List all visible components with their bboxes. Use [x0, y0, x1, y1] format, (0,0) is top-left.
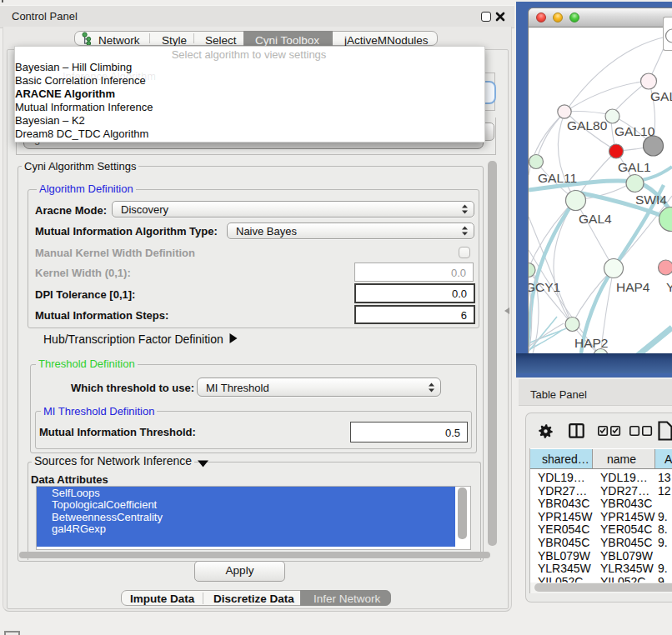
svg-text:GAL11: GAL11	[538, 171, 577, 185]
svg-text:GCY1: GCY1	[529, 280, 560, 294]
svg-text:GAL10: GAL10	[614, 124, 655, 138]
svg-text:GAL2: GAL2	[650, 89, 672, 103]
svg-text:Y: Y	[666, 280, 672, 294]
svg-text:HAP2: HAP2	[574, 336, 609, 350]
svg-text:SWI4: SWI4	[635, 192, 667, 207]
svg-text:GAL1: GAL1	[618, 160, 651, 174]
svg-text:GAL4: GAL4	[579, 212, 612, 226]
svg-text:GAL80: GAL80	[567, 118, 608, 132]
svg-text:HAP4: HAP4	[616, 280, 650, 294]
